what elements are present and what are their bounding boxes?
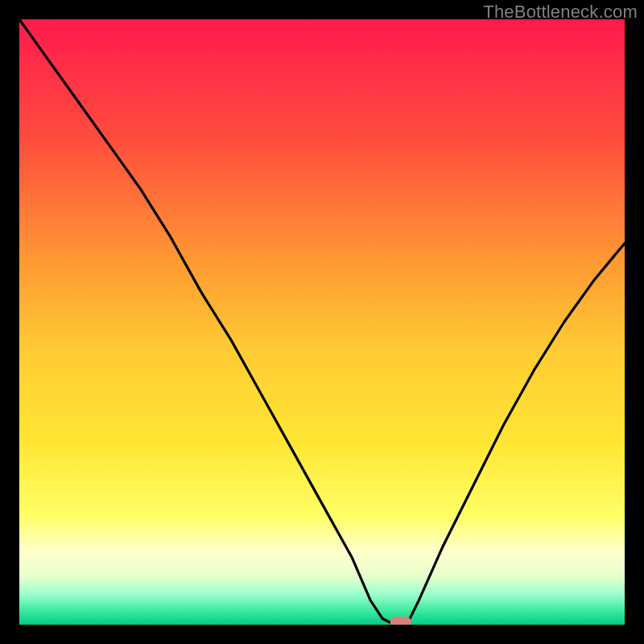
plot-background xyxy=(19,19,625,625)
bottleneck-chart xyxy=(19,19,625,625)
optimal-marker xyxy=(390,617,411,625)
chart-frame: TheBottleneck.com xyxy=(0,0,644,644)
